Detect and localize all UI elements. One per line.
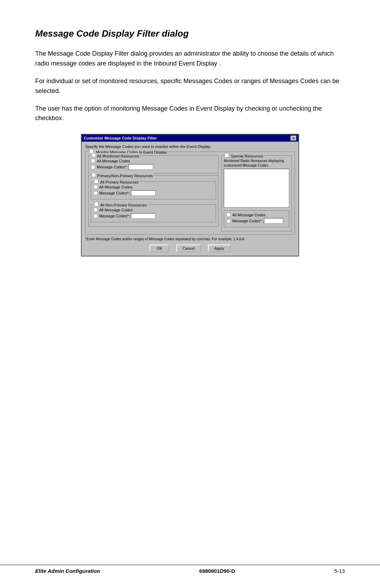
msg-codes-input-2[interactable] xyxy=(131,190,156,196)
apply-button[interactable]: Apply xyxy=(208,245,230,252)
all-msg-radio-3[interactable] xyxy=(93,208,98,212)
msg-codes-input-4[interactable] xyxy=(264,218,283,224)
dialog-body: Specify the Message Codes you want to mo… xyxy=(82,142,298,256)
dialog-titlebar: Customize Message Code Display Filter × xyxy=(82,135,298,142)
special-resources-checkbox[interactable] xyxy=(224,153,229,157)
all-non-primary-group: All Non-Primary Resources All Message Co… xyxy=(91,204,216,222)
footer-left: Elite Admin Configuration xyxy=(35,568,100,574)
all-msg-radio-2[interactable] xyxy=(93,185,98,189)
msg-codes-row-4: Message Codes*: xyxy=(226,218,287,224)
dialog-close-button[interactable]: × xyxy=(291,136,296,141)
all-msg-codes-row-4: All Message Codes xyxy=(226,212,287,217)
dialog-buttons: OK Cancel Apply xyxy=(85,245,295,252)
msg-codes-radio-3[interactable] xyxy=(93,214,98,218)
all-msg-radio-4[interactable] xyxy=(226,212,231,217)
msg-codes-radio-4[interactable] xyxy=(226,219,231,223)
paragraph-2: For individual or set of monitored resou… xyxy=(35,76,345,96)
right-bottom-group: All Message Codes Message Codes*: xyxy=(224,210,289,227)
primary-non-primary-radio[interactable] xyxy=(91,173,96,177)
ok-button[interactable]: OK xyxy=(150,245,169,252)
all-msg-radio-1[interactable] xyxy=(91,159,95,163)
msg-codes-row-2: Message Codes*: xyxy=(93,190,214,196)
primary-non-primary-content: All Primary Resources All Message Codes xyxy=(91,181,216,222)
chapter-title: Message Code Display Filter dialog xyxy=(35,28,345,39)
all-monitored-radio[interactable] xyxy=(91,153,96,157)
all-monitored-legend: All Monitored Resources xyxy=(91,153,140,158)
all-msg-codes-row-2: All Message Codes xyxy=(93,185,214,189)
all-primary-checkbox[interactable] xyxy=(94,179,99,184)
left-panel: All Monitored Resources All Message Code… xyxy=(88,155,218,231)
all-primary-content: All Message Codes Message Codes*: xyxy=(93,185,214,196)
all-primary-group: All Primary Resources All Message Codes xyxy=(91,181,216,199)
dialog: Customize Message Code Display Filter × … xyxy=(81,134,299,256)
all-non-primary-legend: All Non-Primary Resources xyxy=(93,202,147,207)
special-resources-legend: Special Resources xyxy=(224,153,264,158)
all-msg-codes-row-3: All Message Codes xyxy=(93,208,214,212)
all-monitored-group: All Monitored Resources All Message Code… xyxy=(88,155,218,173)
primary-non-primary-legend: Primary/Non-Primary Resources xyxy=(91,173,153,178)
primary-non-primary-group: Primary/Non-Primary Resources All Primar… xyxy=(88,175,218,227)
all-msg-codes-row-1: All Message Codes xyxy=(91,159,216,163)
msg-codes-row-1: Message Codes*: xyxy=(91,164,216,170)
right-panel: Special Resources Monitored Radio Resour… xyxy=(221,155,292,231)
footer-note: *Enter Message Codes and/or ranges of Me… xyxy=(85,237,295,242)
paragraph-3: The user has the option of monitoring Me… xyxy=(35,104,345,124)
msg-codes-input-1[interactable] xyxy=(128,164,153,170)
msg-codes-row-3: Message Codes*: xyxy=(93,213,214,219)
paragraph-1: The Message Code Display Filter dialog p… xyxy=(35,49,345,69)
dialog-instruction: Specify the Message Codes you want to mo… xyxy=(85,144,295,149)
special-resources-desc: Monitored Radio Resources displaying cus… xyxy=(224,159,289,168)
all-primary-legend: All Primary Resources xyxy=(93,179,139,184)
special-resources-listbox[interactable] xyxy=(224,169,289,208)
main-section: All Monitored Resources All Message Code… xyxy=(88,155,292,231)
special-resources-content: Monitored Radio Resources displaying cus… xyxy=(224,159,289,227)
all-monitored-content: All Message Codes Message Codes*: xyxy=(91,159,216,170)
all-non-primary-checkbox[interactable] xyxy=(94,202,99,206)
monitor-group-content: All Monitored Resources All Message Code… xyxy=(88,155,292,231)
monitor-group: Monitor Message Codes in Event Display A… xyxy=(85,151,295,235)
page-footer: Elite Admin Configuration 6880801D90-D 5… xyxy=(0,565,380,574)
cancel-button[interactable]: Cancel xyxy=(176,245,201,252)
dialog-title: Customize Message Code Display Filter xyxy=(84,136,157,140)
page-content: Message Code Display Filter dialog The M… xyxy=(0,0,380,295)
all-non-primary-content: All Message Codes Message Codes*: xyxy=(93,208,214,219)
footer-center: 6880801D90-D xyxy=(199,568,235,574)
footer-right: 5-13 xyxy=(334,568,345,574)
msg-codes-radio-1[interactable] xyxy=(91,165,95,169)
special-resources-group: Special Resources Monitored Radio Resour… xyxy=(221,155,292,231)
msg-codes-input-3[interactable] xyxy=(131,213,156,219)
msg-codes-radio-2[interactable] xyxy=(93,191,98,196)
